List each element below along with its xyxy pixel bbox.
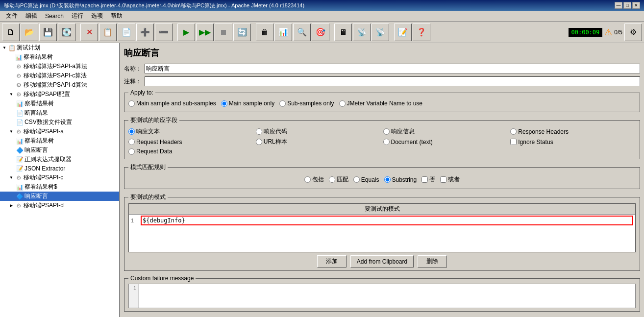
add-clipboard-button[interactable]: Add from Clipboard	[350, 255, 414, 268]
apply-main-only-radio[interactable]	[221, 100, 227, 107]
tree-item-vrt2[interactable]: 📊 察看结果树	[0, 99, 119, 108]
toolbar-reset-search[interactable]: 🎯	[312, 24, 329, 41]
rf-resp-headers-radio[interactable]	[510, 128, 517, 135]
toolbar-cut[interactable]: ✕	[80, 24, 98, 41]
tree-label-test-plan: 测试计划	[17, 44, 40, 52]
apply-main-sub-radio[interactable]	[128, 100, 135, 107]
rf-request-data-radio[interactable]	[128, 148, 135, 155]
pm-contains-radio[interactable]	[304, 176, 311, 183]
pm-matches[interactable]: 匹配	[329, 175, 348, 184]
tree-item-vrt4[interactable]: 📊 察看结果树$	[0, 182, 119, 192]
toolbar-log-viewer[interactable]: 📝	[394, 24, 412, 41]
menu-file[interactable]: 文件	[2, 11, 22, 21]
rf-req-headers[interactable]: Request Headers	[128, 138, 254, 146]
toolbar-shutdown[interactable]: 🔄	[233, 24, 251, 41]
pattern-input-1[interactable]	[141, 216, 633, 225]
rf-response-info[interactable]: 响应信息	[383, 127, 509, 136]
rf-resp-headers[interactable]: Response Headers	[510, 127, 636, 136]
tree-item-psapi-a-alg[interactable]: ⚙ 移动端算法PSAPI-a算法	[0, 62, 119, 71]
toolbar-remote-stop-all[interactable]: 📡	[372, 24, 389, 41]
tree-item-resp-assert-sub[interactable]: 🔷 响应断言	[0, 146, 119, 155]
rf-request-data[interactable]: Request Data	[128, 148, 254, 155]
tree-item-psapi-c[interactable]: ▼ ⚙ 移动端PSAPI-c	[0, 173, 119, 182]
pm-substring-radio[interactable]	[384, 176, 391, 183]
maximize-button[interactable]: □	[623, 2, 631, 9]
toolbar-clearall[interactable]: 📊	[274, 24, 292, 41]
failure-message-textarea[interactable]	[139, 284, 635, 308]
tree-item-test-plan[interactable]: ▼ 📋 测试计划	[0, 43, 119, 52]
rf-response-code[interactable]: 响应代码	[256, 127, 381, 136]
title-bar-controls[interactable]: — □ ✕	[615, 2, 640, 9]
rf-response-text-radio[interactable]	[128, 128, 135, 135]
toolbar-saveas[interactable]: 💽	[58, 24, 75, 41]
minimize-button[interactable]: —	[615, 2, 622, 9]
pm-substring-label: Substring	[392, 176, 417, 183]
menu-edit[interactable]: 编辑	[22, 11, 41, 21]
tree-item-psapi-config[interactable]: ▼ ⚙ 移动端PSAPI配置	[0, 90, 119, 99]
apply-jmeter-var[interactable]: JMeter Variable Name to use	[339, 100, 423, 107]
tree-item-assertion-result[interactable]: 📄 断言结果	[0, 108, 119, 118]
toolbar-startnopauses[interactable]: ▶▶	[196, 24, 214, 41]
rf-response-info-radio[interactable]	[383, 128, 390, 135]
tree-item-regex[interactable]: 📝 正则表达式提取器	[0, 155, 119, 164]
rf-response-code-radio[interactable]	[256, 128, 262, 135]
name-input[interactable]	[145, 64, 640, 73]
delete-pattern-button[interactable]: 删除	[418, 255, 447, 268]
pm-matches-radio[interactable]	[329, 176, 335, 183]
add-pattern-button[interactable]: 添加	[317, 255, 347, 268]
tree-item-psapi-d[interactable]: ▶ ⚙ 移动端PSAPI-d	[0, 201, 119, 210]
toolbar-help[interactable]: ❓	[413, 24, 430, 41]
pm-equals-radio[interactable]	[353, 176, 360, 183]
tree-item-json-extractor[interactable]: 📝 JSON Extractor	[0, 164, 119, 173]
toolbar-remove[interactable]: ➖	[155, 24, 173, 41]
toolbar-paste[interactable]: 📄	[118, 24, 135, 41]
apply-sub-only[interactable]: Sub-samples only	[279, 100, 334, 107]
toolbar-search[interactable]: 🔍	[293, 24, 311, 41]
pm-or[interactable]: 或者	[440, 175, 460, 184]
rf-ignore-status-checkbox[interactable]	[510, 139, 517, 145]
menu-options[interactable]: 选项	[87, 11, 107, 21]
tree-item-psapi-c-alg[interactable]: ⚙ 移动端算法PSAPI-c算法	[0, 71, 119, 80]
pm-contains[interactable]: 包括	[304, 175, 324, 184]
rf-response-text-label: 响应文本	[136, 127, 160, 136]
toolbar-new[interactable]: 🗋	[2, 24, 20, 41]
tree-item-resp-assert-selected[interactable]: 🔷 响应断言	[0, 192, 119, 201]
rf-document-text[interactable]: Document (text)	[383, 138, 509, 146]
toolbar-remote-stop[interactable]: 📡	[353, 24, 371, 41]
toolbar-remote-start[interactable]: 🖥	[334, 24, 352, 41]
tree-item-psapi-d-alg[interactable]: ⚙ 移动端算法PSAPI-d算法	[0, 80, 119, 90]
comment-input[interactable]	[145, 76, 640, 86]
toolbar-stop[interactable]: ⏹	[215, 24, 232, 41]
apply-jmeter-var-radio[interactable]	[339, 100, 346, 107]
tree-item-vrt1[interactable]: 📊 察看结果树	[0, 52, 119, 62]
toolbar-add[interactable]: ➕	[136, 24, 154, 41]
toolbar-start[interactable]: ▶	[177, 24, 195, 41]
tree-item-vrt3[interactable]: 📊 察看结果树	[0, 136, 119, 146]
custom-failure-legend: Custom failure message	[128, 275, 196, 282]
pm-substring[interactable]: Substring	[384, 176, 417, 183]
pm-not[interactable]: 否	[421, 175, 435, 184]
rf-url-sample-radio[interactable]	[256, 139, 262, 145]
menu-search[interactable]: Search	[41, 12, 68, 21]
rf-req-headers-radio[interactable]	[128, 139, 135, 145]
toolbar-save[interactable]: 💾	[39, 24, 57, 41]
close-button[interactable]: ✕	[632, 2, 640, 9]
rf-response-text[interactable]: 响应文本	[128, 127, 254, 136]
toolbar-copy[interactable]: 📋	[99, 24, 117, 41]
apply-main-sub[interactable]: Main sample and sub-samples	[128, 100, 216, 107]
pm-not-checkbox[interactable]	[421, 176, 428, 183]
pm-or-checkbox[interactable]	[440, 176, 446, 183]
menu-run[interactable]: 运行	[68, 11, 87, 21]
pm-equals[interactable]: Equals	[353, 176, 379, 183]
menu-help[interactable]: 帮助	[107, 11, 126, 21]
tree-item-psapi-a[interactable]: ▼ ⚙ 移动端PSAPI-a	[0, 127, 119, 136]
apply-main-only[interactable]: Main sample only	[221, 100, 274, 107]
apply-sub-only-radio[interactable]	[279, 100, 286, 107]
settings-icon[interactable]: ⚙	[624, 24, 642, 41]
toolbar-clear[interactable]: 🗑	[256, 24, 273, 41]
rf-document-text-radio[interactable]	[383, 139, 390, 145]
rf-url-sample[interactable]: URL样本	[256, 138, 381, 146]
tree-item-csv-data[interactable]: 📄 CSV数据文件设置	[0, 118, 119, 127]
rf-ignore-status[interactable]: Ignore Status	[510, 138, 636, 146]
toolbar-open[interactable]: 📂	[21, 24, 38, 41]
